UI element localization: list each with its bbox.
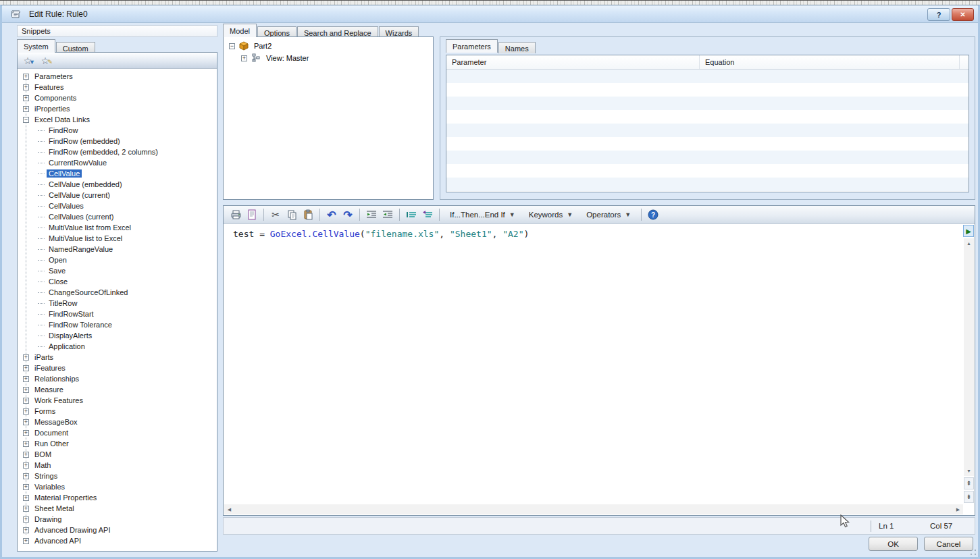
expand-icon[interactable]: +: [23, 484, 29, 490]
print-preview-icon[interactable]: [244, 207, 260, 222]
tree-item-cellvalues-current[interactable]: CellValues (current): [18, 211, 217, 222]
tree-item-findrow-tolerance[interactable]: FindRow Tolerance: [18, 319, 217, 330]
tab-parameters[interactable]: Parameters: [446, 39, 498, 53]
snippets-tab-system[interactable]: System: [17, 39, 55, 53]
outdent-icon[interactable]: [380, 207, 396, 222]
tree-item-document[interactable]: +Document: [18, 427, 217, 438]
tree-item-ifeatures[interactable]: +iFeatures: [18, 363, 217, 373]
tree-item-bom[interactable]: +BOM: [18, 449, 217, 460]
scroll-right-icon[interactable]: ▶: [953, 504, 963, 514]
cancel-button[interactable]: Cancel: [924, 537, 973, 551]
tree-item-cellvalue-embedded[interactable]: CellValue (embedded): [18, 179, 217, 190]
expand-icon[interactable]: +: [23, 387, 29, 393]
expand-icon[interactable]: +: [23, 84, 29, 90]
tab-names[interactable]: Names: [498, 42, 536, 53]
tree-item-advanced-api[interactable]: +Advanced API: [18, 535, 217, 546]
expand-icon[interactable]: +: [23, 376, 29, 382]
ok-button[interactable]: OK: [869, 537, 918, 551]
tree-item-features[interactable]: +Features: [18, 82, 217, 92]
tree-item-run-other[interactable]: +Run Other: [18, 438, 217, 449]
filter-snippets-star-icon[interactable]: ☆▼: [22, 55, 34, 67]
expand-icon[interactable]: +: [23, 462, 29, 469]
table-row[interactable]: [446, 137, 969, 151]
expand-icon[interactable]: +: [23, 354, 29, 361]
help-icon[interactable]: ?: [645, 207, 661, 222]
tree-item-parameters[interactable]: +Parameters: [18, 71, 217, 82]
tree-item-open[interactable]: Open: [18, 255, 217, 265]
tree-item-changesourceoflinked[interactable]: ChangeSourceOfLinked: [18, 287, 217, 298]
expand-icon[interactable]: +: [23, 473, 29, 479]
redo-icon[interactable]: ↷: [340, 207, 356, 222]
expand-icon[interactable]: +: [23, 516, 29, 523]
tree-item-save[interactable]: Save: [18, 265, 217, 276]
titlebar-help-button[interactable]: ?: [927, 8, 950, 21]
paste-icon[interactable]: [300, 207, 316, 222]
copy-icon[interactable]: [284, 207, 300, 222]
page-up-button[interactable]: ⇞: [964, 477, 974, 489]
uncomment-icon[interactable]: [419, 207, 436, 222]
tree-item-part2[interactable]: − Part2: [224, 40, 433, 52]
scroll-down-icon[interactable]: ▼: [964, 466, 974, 476]
keywords-dropdown[interactable]: Keywords▼: [523, 208, 578, 221]
page-down-button[interactable]: ⇟: [964, 491, 974, 503]
comment-icon[interactable]: [403, 207, 419, 222]
tree-item-cellvalues[interactable]: CellValues: [18, 201, 217, 211]
tree-item-namedrangevalue[interactable]: NamedRangeValue: [18, 244, 217, 255]
tree-item-findrow-embedded-2-columns[interactable]: FindRow (embedded, 2 columns): [18, 147, 217, 157]
close-button[interactable]: ✕: [952, 8, 974, 21]
expand-icon[interactable]: +: [23, 95, 29, 101]
tree-item-strings[interactable]: +Strings: [18, 471, 217, 481]
table-row[interactable]: [446, 124, 969, 137]
cut-icon[interactable]: ✂: [267, 207, 284, 222]
tree-item-findrow[interactable]: FindRow: [18, 125, 217, 136]
tree-item-excel-data-links[interactable]: −Excel Data Links: [18, 114, 217, 125]
print-icon[interactable]: [228, 207, 244, 222]
collapse-icon[interactable]: −: [229, 43, 235, 49]
tree-item-view-master[interactable]: + View: Master: [224, 52, 433, 64]
tree-item-findrow-embedded[interactable]: FindRow (embedded): [18, 136, 217, 147]
tree-item-application[interactable]: Application: [18, 341, 217, 352]
resize-grip[interactable]: [969, 548, 977, 556]
expand-icon[interactable]: +: [23, 365, 29, 371]
tree-item-iproperties[interactable]: +iProperties: [18, 103, 217, 114]
expand-icon[interactable]: +: [23, 408, 29, 415]
undo-icon[interactable]: ↶: [324, 207, 340, 222]
expand-icon[interactable]: +: [23, 106, 29, 112]
expand-icon[interactable]: +: [241, 55, 247, 61]
if-then-endif-dropdown[interactable]: If...Then...End If▼: [444, 208, 521, 221]
expand-icon[interactable]: +: [23, 452, 29, 458]
tree-item-math[interactable]: +Math: [18, 460, 217, 471]
tree-item-work-features[interactable]: +Work Features: [18, 395, 217, 406]
table-row[interactable]: [446, 110, 969, 124]
tree-item-drawing[interactable]: +Drawing: [18, 514, 217, 525]
tree-item-multivalue-list-to-excel[interactable]: MultiValue list to Excel: [18, 233, 217, 244]
expand-icon[interactable]: +: [23, 538, 29, 544]
expand-icon[interactable]: +: [23, 419, 29, 425]
tree-item-close[interactable]: Close: [18, 276, 217, 287]
tree-item-findrowstart[interactable]: FindRowStart: [18, 309, 217, 319]
code-editor-text[interactable]: test = GoExcel.CellValue("filename.xls",…: [224, 224, 963, 504]
expand-icon[interactable]: +: [23, 506, 29, 512]
expand-icon[interactable]: +: [23, 527, 29, 533]
tree-item-advanced-drawing-api[interactable]: +Advanced Drawing API: [18, 525, 217, 535]
operators-dropdown[interactable]: Operators▼: [581, 208, 636, 221]
tree-item-displayalerts[interactable]: DisplayAlerts: [18, 330, 217, 341]
vertical-scrollbar[interactable]: ▲ ▼: [964, 238, 974, 476]
table-row[interactable]: [446, 83, 969, 97]
collapse-icon[interactable]: −: [23, 117, 29, 123]
expand-icon[interactable]: +: [23, 74, 29, 80]
tree-item-iparts[interactable]: +iParts: [18, 352, 217, 363]
tree-item-measure[interactable]: +Measure: [18, 384, 217, 395]
table-row[interactable]: [446, 97, 969, 110]
expand-icon[interactable]: +: [23, 441, 29, 447]
table-row[interactable]: [446, 164, 969, 178]
tree-item-variables[interactable]: +Variables: [18, 481, 217, 492]
tree-item-forms[interactable]: +Forms: [18, 406, 217, 417]
scroll-up-icon[interactable]: ▲: [964, 238, 974, 248]
tree-item-sheet-metal[interactable]: +Sheet Metal: [18, 503, 217, 514]
tree-item-cellvalue[interactable]: CellValue: [18, 168, 217, 179]
horizontal-scrollbar[interactable]: ◀ ▶: [224, 504, 963, 514]
editor-expand-button[interactable]: ▶: [963, 225, 974, 237]
tree-item-multivalue-list-from-excel[interactable]: MultiValue list from Excel: [18, 222, 217, 233]
tab-model[interactable]: Model: [223, 24, 257, 37]
